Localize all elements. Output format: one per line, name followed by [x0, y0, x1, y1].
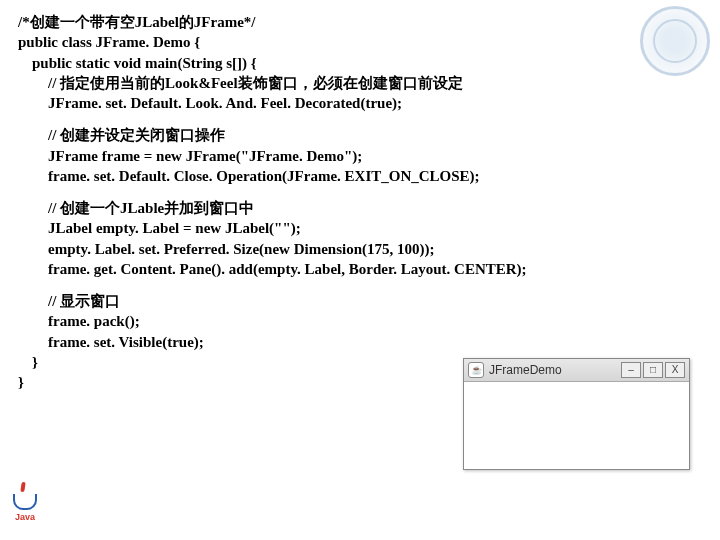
java-icon: ☕	[468, 362, 484, 378]
code-line: empty. Label. set. Preferred. Size(new D…	[18, 239, 702, 259]
code-comment: // 创建一个JLable并加到窗口中	[18, 198, 702, 218]
code-line: JFrame. set. Default. Look. And. Feel. D…	[18, 93, 702, 113]
code-line: JFrame frame = new JFrame("JFrame. Demo"…	[18, 146, 702, 166]
minimize-button[interactable]: –	[621, 362, 641, 378]
code-line: public static void main(String s[]) {	[18, 53, 702, 73]
code-line: JLabel empty. Label = new JLabel("");	[18, 218, 702, 238]
window-title: JFrameDemo	[489, 363, 562, 377]
code-line: frame. set. Visible(true);	[18, 332, 702, 352]
close-button[interactable]: X	[665, 362, 685, 378]
code-line: public class JFrame. Demo {	[18, 32, 702, 52]
window-titlebar[interactable]: ☕ JFrameDemo – □ X	[464, 359, 689, 382]
code-line: frame. pack();	[18, 311, 702, 331]
maximize-button[interactable]: □	[643, 362, 663, 378]
java-logo: Java	[10, 494, 40, 532]
code-comment: // 指定使用当前的Look&Feel装饰窗口，必须在创建窗口前设定	[18, 73, 702, 93]
code-comment-top: /*创建一个带有空JLabel的JFrame*/	[18, 12, 702, 32]
java-cup-icon	[13, 494, 37, 510]
java-logo-text: Java	[10, 512, 40, 522]
code-comment: // 显示窗口	[18, 291, 702, 311]
code-line: frame. set. Default. Close. Operation(JF…	[18, 166, 702, 186]
university-seal	[640, 6, 710, 76]
jframe-demo-window: ☕ JFrameDemo – □ X	[463, 358, 690, 470]
code-line: frame. get. Content. Pane(). add(empty. …	[18, 259, 702, 279]
code-comment: // 创建并设定关闭窗口操作	[18, 125, 702, 145]
